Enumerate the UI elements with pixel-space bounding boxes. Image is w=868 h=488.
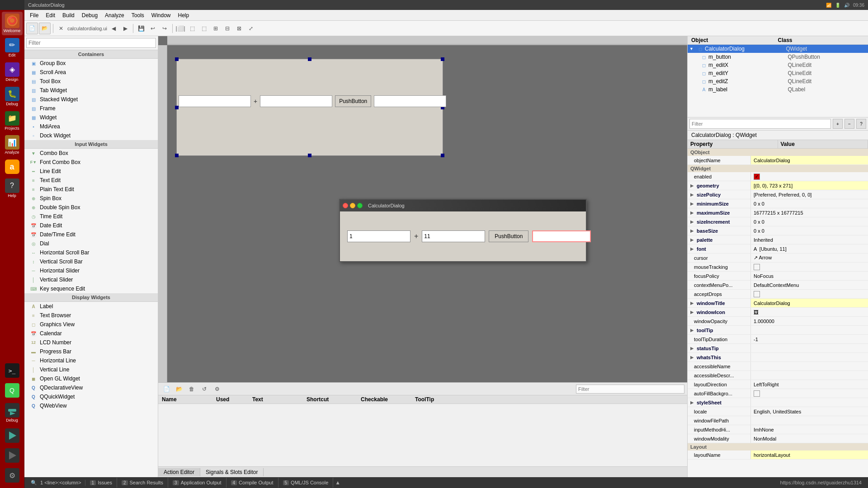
menu-window[interactable]: Window [148,11,175,19]
prop-checkbox-autofillbackground[interactable] [754,390,760,397]
sidebar-item-qdeclarative-view[interactable]: Q QDeclarativeView [24,383,158,392]
prop-row-sizeincrement[interactable]: ▶sizeIncrement 0 x 0 [688,217,868,226]
sidebar-item-calendar[interactable]: 📅 Calendar [24,329,158,338]
prop-row-windowfilepath[interactable]: windowFilePath [688,416,868,425]
app-icon-projects[interactable]: 📁 Projects [2,109,23,133]
sidebar-item-font-combo-box[interactable]: F▼ Font Combo Box [24,158,158,167]
app-icon-settings[interactable]: ⚙ [2,466,23,484]
horiz-layout-btn[interactable]: ⬚ [187,23,198,34]
sidebar-item-plain-text-edit[interactable]: ≡ Plain Text Edit [24,185,158,194]
sidebar-item-double-spin-box[interactable]: ⊕ Double Spin Box [24,203,158,212]
calc-close-btn[interactable] [343,203,348,208]
status-tab-issues[interactable]: 1 Issues [85,478,117,488]
sidebar-item-tab-widget[interactable]: ▥ Tab Widget [24,86,158,95]
app-icon-help[interactable]: ? Help [2,177,23,200]
prop-row-windowopacity[interactable]: windowOpacity 1.000000 [688,317,868,326]
edit-mode-btn[interactable]: |⬜| [175,23,186,34]
vert-layout-btn[interactable]: ⬚ [198,23,209,34]
prop-row-minimumsize[interactable]: ▶minimumSize 0 x 0 [688,199,868,208]
action-delete-btn[interactable]: 🗑 [186,384,197,394]
tab-action-editor[interactable]: Action Editor [158,468,200,476]
redo-btn[interactable]: ↪ [159,23,170,34]
prop-row-accessiblename[interactable]: accessibleName [688,362,868,371]
calc-input-y[interactable] [422,230,485,242]
form-layout-btn[interactable]: ⊟ [222,23,233,34]
tree-item-m-label[interactable]: A m_label QLabel [688,85,868,94]
action-open-btn[interactable]: 📂 [174,384,184,394]
calc-result-input[interactable] [532,230,591,242]
sidebar-item-label[interactable]: A Label [24,302,158,311]
sidebar-item-group-box[interactable]: ▣ Group Box [24,59,158,68]
app-icon-qtcreator[interactable]: Q [2,381,23,399]
sidebar-item-text-browser[interactable]: ≡ Text Browser [24,311,158,320]
menu-help[interactable]: Help [175,11,193,19]
prop-row-enabled[interactable]: enabled ✓ [688,172,868,181]
app-icon-debug-bottom[interactable]: Debug [2,401,23,425]
sidebar-item-key-seq-edit[interactable]: ⌨ Key sequence Edit [24,284,158,293]
break-layout-btn[interactable]: ⊠ [234,23,245,34]
status-tab-qml-console[interactable]: 5 QML/JS Console [278,478,334,488]
prop-row-tooltipduration[interactable]: toolTipDuration -1 [688,335,868,344]
sidebar-item-date-edit[interactable]: 📅 Date Edit [24,221,158,230]
calculator-dialog-preview[interactable]: CalculatorDialog + PushButton [339,199,587,262]
menu-analyze[interactable]: Analyze [101,11,128,19]
sidebar-item-vert-scroll[interactable]: ↕ Vertical Scroll Bar [24,257,158,266]
menu-tools[interactable]: Tools [128,11,148,19]
sidebar-item-horiz-line[interactable]: ─ Horizontal Line [24,356,158,365]
form-design-surface[interactable]: + PushButton [176,59,443,156]
app-icon-run[interactable] [2,427,23,445]
app-icon-debug-top[interactable]: 🐛 Debug [2,85,23,108]
undo-btn[interactable]: ↩ [147,23,158,34]
form-input-y[interactable] [260,95,332,107]
tab-signals-slots[interactable]: Signals & Slots Editor [200,468,264,476]
sidebar-item-mdi-area[interactable]: ▪ MdiArea [24,122,158,131]
prop-row-windowtitle[interactable]: ▶windowTitle CalculatorDialog [688,299,868,308]
sidebar-item-widget[interactable]: ▩ Widget [24,113,158,122]
sidebar-item-opengl-widget[interactable]: ◼ Open GL Widget [24,374,158,383]
toolbar-open[interactable]: 📂 [39,23,51,34]
sidebar-item-dock-widget[interactable]: ▫ Dock Widget [24,131,158,140]
prop-row-statustip[interactable]: ▶statusTip [688,344,868,353]
prop-row-mousetracking[interactable]: mouseTracking [688,263,868,272]
status-tab-app-output[interactable]: 3 Application Output [168,478,226,488]
app-icon-design[interactable]: ◈ Design [2,61,23,84]
prop-row-tooltip[interactable]: ▶toolTip [688,326,868,335]
toolbar-new[interactable]: 📄 [26,23,38,34]
property-filter-question[interactable]: ? [856,119,866,129]
action-filter-input[interactable] [576,385,684,394]
sidebar-item-datetime-edit[interactable]: 📅 Date/Time Edit [24,230,158,239]
prop-row-basesize[interactable]: ▶baseSize 0 x 0 [688,226,868,235]
sidebar-item-scroll-area[interactable]: ▦ Scroll Area [24,68,158,77]
sidebar-item-lcd-number[interactable]: 12 LCD Number [24,338,158,347]
sidebar-filter-input[interactable] [26,38,156,48]
app-icon-analyze[interactable]: 📊 Analyze [2,133,23,157]
sidebar-item-horiz-slider[interactable]: ─ Horizontal Slider [24,266,158,275]
sidebar-item-vert-slider[interactable]: │ Vertical Slider [24,275,158,284]
prop-row-stylesheet[interactable]: ▶styleSheet [688,398,868,407]
prop-row-acceptdrops[interactable]: acceptDrops [688,290,868,299]
prop-checkbox-acceptdrops[interactable] [754,291,760,297]
calc-max-btn[interactable] [357,203,363,208]
prop-row-locale[interactable]: locale English, UnitedStates [688,407,868,416]
sidebar-item-progress-bar[interactable]: ▬ Progress Bar [24,347,158,356]
prop-checkbox-enabled[interactable]: ✓ [754,174,760,180]
prop-row-windowicon[interactable]: ▶windowIcon 🖼 [688,308,868,317]
menu-build[interactable]: Build [59,11,78,19]
prop-row-accessibledescr[interactable]: accessibleDescr... [688,371,868,380]
sidebar-item-vert-line[interactable]: │ Vertical Line [24,365,158,374]
action-refresh-btn[interactable]: ↺ [199,384,210,394]
file-tab-close[interactable]: ✕ [56,23,66,34]
menu-file[interactable]: File [26,11,42,19]
prop-row-palette[interactable]: ▶palette Inherited [688,235,868,244]
app-icon-welcome[interactable]: ⭕ Welcome [2,12,23,35]
sidebar-item-time-edit[interactable]: ◷ Time Edit [24,212,158,221]
form-input-x[interactable] [179,95,251,107]
form-input-z[interactable] [374,95,446,107]
tree-item-calculatordialog[interactable]: ▼ ◻ CalculatorDialog QWidget [688,45,868,53]
next-tab[interactable]: ▶ [120,23,131,34]
prop-row-sizepolicy[interactable]: ▶sizePolicy [Preferred, Preferred, 0, 0] [688,190,868,199]
sidebar-item-spin-box[interactable]: ⊕ Spin Box [24,194,158,203]
sidebar-item-qquick-widget[interactable]: Q QQuickWidget [24,392,158,401]
prop-row-cursor[interactable]: cursor ↗ Arrow [688,253,868,263]
form-push-button[interactable]: PushButton [335,95,371,107]
